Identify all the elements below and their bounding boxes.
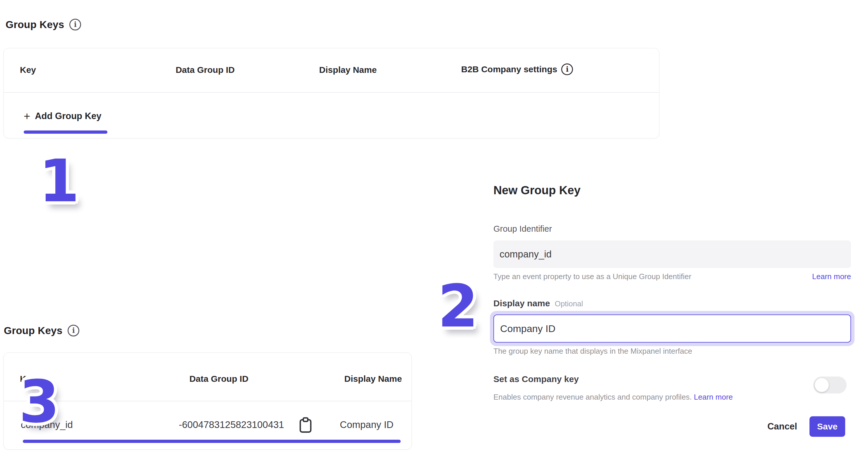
group-identifier-label: Group Identifier — [493, 224, 552, 234]
info-icon[interactable]: i — [561, 63, 573, 75]
add-group-key-label: Add Group Key — [35, 111, 101, 121]
group-identifier-helper-row: Type an event property to use as a Uniqu… — [493, 272, 851, 281]
company-key-toggle[interactable] — [813, 377, 847, 394]
display-name-focus-ring — [490, 311, 855, 346]
column-header-display-name: Display Name — [344, 374, 402, 384]
copy-button[interactable] — [299, 416, 312, 434]
column-header-display-name: Display Name — [319, 65, 377, 75]
display-name-field-wrap — [493, 314, 851, 343]
page-title: Group Keys — [6, 19, 64, 30]
row-data-group-id-cell: -6004783125823100431 — [179, 419, 284, 430]
step-1-annotation: 1 — [39, 152, 79, 210]
table-header-divider — [4, 92, 659, 93]
set-company-key-label: Set as Company key — [493, 374, 579, 384]
step-3-highlight-underline — [23, 440, 401, 443]
group-keys-heading-bottom: Group Keys i — [4, 325, 79, 337]
page-title: Group Keys — [4, 325, 62, 337]
step-3-annotation: 3 — [19, 372, 59, 431]
column-header-key: Key — [20, 65, 36, 75]
display-name-helper: The group key name that displays in the … — [493, 347, 692, 356]
column-header-data-group-id: Data Group ID — [176, 65, 235, 75]
table-header-divider — [4, 401, 411, 401]
display-name-label-row: Display name Optional — [493, 299, 583, 308]
group-identifier-input[interactable] — [493, 241, 851, 268]
clipboard-icon — [299, 417, 312, 433]
display-name-input[interactable] — [494, 315, 850, 342]
screenshot-root: Group Keys i Key Data Group ID Display N… — [0, 0, 868, 471]
group-identifier-field-wrap — [493, 241, 851, 268]
column-header-b2b-company-settings: B2B Company settings i — [461, 63, 573, 75]
row-display-name-cell: Company ID — [340, 419, 393, 430]
company-key-helper: Enables company revenue analytics and co… — [493, 392, 692, 401]
step-2-annotation: 2 — [437, 277, 478, 336]
group-keys-table-empty: Key Data Group ID Display Name B2B Compa… — [3, 48, 659, 138]
learn-more-link[interactable]: Learn more — [694, 392, 733, 401]
add-group-key-button[interactable]: + Add Group Key — [24, 107, 101, 125]
group-identifier-helper: Type an event property to use as a Uniqu… — [493, 272, 691, 281]
save-button[interactable]: Save — [809, 416, 845, 437]
info-icon[interactable]: i — [68, 325, 79, 337]
learn-more-link[interactable]: Learn more — [812, 272, 851, 281]
column-header-data-group-id: Data Group ID — [189, 374, 248, 384]
display-name-label: Display name — [493, 299, 550, 308]
toggle-knob — [815, 378, 829, 392]
plus-icon: + — [24, 111, 30, 122]
dialog-title: New Group Key — [493, 184, 581, 197]
column-header-b2b-label: B2B Company settings — [461, 64, 557, 74]
optional-tag: Optional — [555, 299, 583, 308]
info-icon[interactable]: i — [69, 19, 81, 30]
group-keys-heading-top: Group Keys i — [6, 19, 81, 30]
company-key-helper-row: Enables company revenue analytics and co… — [493, 392, 733, 402]
group-keys-table-filled: Key Data Group ID Display Name company_i… — [3, 352, 412, 450]
step-1-highlight-underline — [24, 130, 107, 134]
cancel-button[interactable]: Cancel — [763, 416, 801, 437]
